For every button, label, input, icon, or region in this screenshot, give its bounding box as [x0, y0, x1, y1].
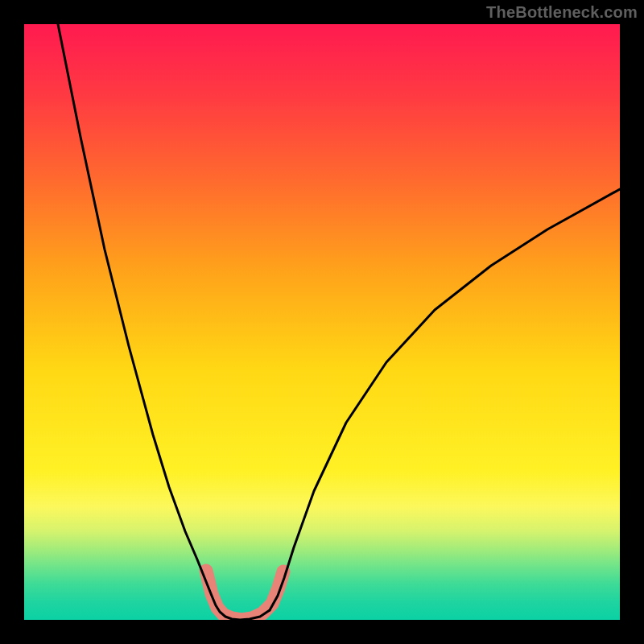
valley-highlight: [206, 571, 283, 620]
curve-right-branch: [270, 189, 620, 610]
chart-svg: [24, 24, 620, 620]
curve-left-branch: [58, 24, 270, 620]
watermark-text: TheBottleneck.com: [486, 3, 638, 22]
